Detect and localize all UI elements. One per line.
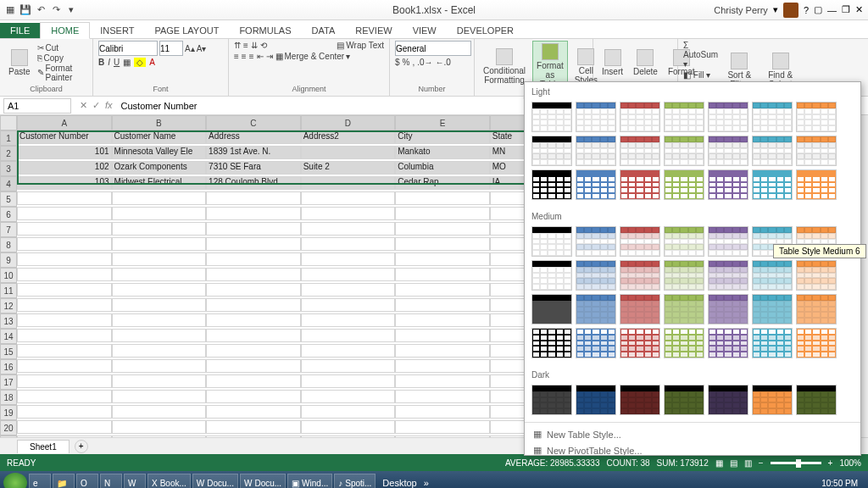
- row-header[interactable]: 12: [0, 298, 17, 313]
- new-table-style-button[interactable]: ▦ New Table Style...: [528, 426, 857, 442]
- table-style-option[interactable]: [708, 385, 748, 415]
- cell[interactable]: [112, 435, 207, 437]
- cell[interactable]: [301, 222, 396, 236]
- cell[interactable]: [17, 313, 112, 327]
- cell[interactable]: [206, 268, 301, 281]
- delete-cells-button[interactable]: Delete: [630, 47, 661, 78]
- table-style-option[interactable]: [531, 136, 572, 166]
- cell[interactable]: [17, 329, 112, 342]
- view-layout-icon[interactable]: ▤: [730, 458, 737, 468]
- cell[interactable]: [17, 435, 112, 437]
- cell[interactable]: [206, 405, 301, 419]
- table-style-option[interactable]: [752, 294, 793, 324]
- task-spotify[interactable]: ♪ Spoti...: [334, 474, 376, 488]
- cell[interactable]: Address2: [301, 130, 396, 144]
- cell[interactable]: [301, 298, 396, 312]
- cell[interactable]: [206, 390, 301, 403]
- minimize-icon[interactable]: —: [827, 5, 837, 15]
- comma-icon[interactable]: ,: [412, 58, 415, 67]
- qat-more-icon[interactable]: ▾: [64, 3, 78, 17]
- table-style-option[interactable]: [531, 385, 572, 415]
- cell[interactable]: [206, 298, 301, 312]
- desktop-toolbar[interactable]: Desktop: [377, 478, 421, 488]
- cell[interactable]: [206, 374, 301, 388]
- table-style-option[interactable]: [531, 260, 572, 291]
- user-dropdown-icon[interactable]: ▾: [773, 4, 778, 15]
- cell[interactable]: [206, 344, 301, 358]
- cell[interactable]: [112, 344, 207, 358]
- cell[interactable]: [301, 344, 396, 358]
- cell[interactable]: [112, 359, 207, 373]
- cell[interactable]: [17, 420, 112, 434]
- cell[interactable]: [395, 390, 490, 403]
- cell[interactable]: [17, 298, 112, 312]
- cell[interactable]: 7310 SE Fara: [206, 161, 301, 175]
- table-style-option[interactable]: [620, 169, 660, 200]
- cell[interactable]: [17, 268, 112, 281]
- cell[interactable]: [395, 344, 490, 358]
- table-style-option[interactable]: [576, 102, 616, 132]
- underline-button[interactable]: U: [114, 58, 120, 67]
- task-explorer[interactable]: 📁: [53, 474, 75, 488]
- table-style-option[interactable]: [796, 260, 837, 291]
- taskbar-clock[interactable]: 10:50 PM: [821, 479, 865, 488]
- table-style-option[interactable]: [620, 294, 660, 324]
- conditional-formatting-button[interactable]: Conditional Formatting: [480, 47, 529, 86]
- table-style-option[interactable]: [576, 169, 616, 200]
- table-style-option[interactable]: [752, 169, 793, 200]
- cell[interactable]: [112, 207, 207, 220]
- cell[interactable]: Mankato: [395, 146, 490, 159]
- cell[interactable]: [112, 252, 207, 266]
- copy-button[interactable]: ⎘ Copy: [37, 53, 87, 63]
- enter-formula-icon[interactable]: ✓: [92, 100, 100, 111]
- task-ie[interactable]: e: [29, 474, 51, 488]
- cut-button[interactable]: ✂ Cut: [37, 43, 87, 53]
- increase-font-icon[interactable]: A▴: [185, 41, 195, 56]
- row-header[interactable]: 8: [0, 237, 17, 252]
- cell[interactable]: Address: [206, 130, 301, 144]
- cell[interactable]: [112, 390, 207, 403]
- indent-inc-icon[interactable]: ⇥: [266, 52, 273, 61]
- table-style-option[interactable]: [664, 169, 704, 200]
- table-style-option[interactable]: [796, 102, 837, 132]
- redo-icon[interactable]: ↷: [49, 3, 63, 17]
- cell[interactable]: [112, 329, 207, 342]
- column-header[interactable]: E: [395, 115, 490, 130]
- cell[interactable]: [301, 176, 396, 190]
- table-style-option[interactable]: [708, 136, 748, 166]
- cell[interactable]: [17, 359, 112, 373]
- cell[interactable]: [395, 359, 490, 373]
- table-style-option[interactable]: [664, 102, 704, 132]
- add-sheet-button[interactable]: +: [75, 440, 88, 453]
- row-header[interactable]: 14: [0, 329, 17, 344]
- row-header[interactable]: 21: [0, 435, 17, 437]
- cell[interactable]: [395, 237, 490, 251]
- close-icon[interactable]: ✕: [855, 4, 863, 15]
- wrap-text-button[interactable]: ▤ Wrap Text: [337, 41, 384, 50]
- task-window[interactable]: ▣ Wind...: [287, 474, 332, 488]
- table-style-option[interactable]: [796, 169, 837, 200]
- table-style-option[interactable]: [796, 328, 837, 358]
- tab-review[interactable]: REVIEW: [345, 23, 402, 38]
- cell[interactable]: Columbia: [395, 161, 490, 175]
- cell[interactable]: [395, 283, 490, 297]
- tab-file[interactable]: FILE: [0, 23, 40, 38]
- zoom-level[interactable]: 100%: [839, 458, 861, 468]
- table-style-option[interactable]: [531, 294, 572, 324]
- cell[interactable]: [17, 207, 112, 220]
- align-top-icon[interactable]: ⇈: [234, 41, 241, 50]
- cell[interactable]: [17, 283, 112, 297]
- view-normal-icon[interactable]: ▦: [715, 458, 723, 468]
- table-style-option[interactable]: [796, 385, 837, 415]
- cell[interactable]: [301, 268, 396, 281]
- table-style-option[interactable]: [664, 136, 704, 166]
- cell[interactable]: [112, 298, 207, 312]
- tab-view[interactable]: VIEW: [403, 23, 447, 38]
- row-header[interactable]: 2: [0, 146, 17, 161]
- table-style-option[interactable]: [576, 328, 616, 358]
- cell[interactable]: [206, 252, 301, 266]
- cell[interactable]: [395, 420, 490, 434]
- align-center-icon[interactable]: ≡: [242, 52, 247, 61]
- cell[interactable]: Minnesota Valley Ele: [112, 146, 207, 159]
- start-button[interactable]: [3, 473, 27, 488]
